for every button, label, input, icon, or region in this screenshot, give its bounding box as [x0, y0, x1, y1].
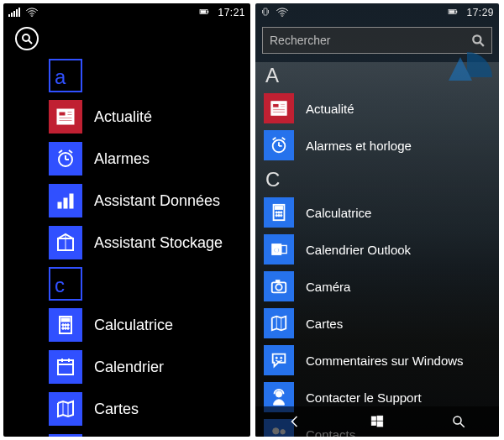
app-label: Alarmes [94, 150, 150, 168]
nav-start-button[interactable] [337, 406, 418, 437]
alarm-icon [264, 130, 294, 160]
app-label: Calculatrice [306, 206, 371, 220]
app-cartes[interactable]: Cartes [264, 306, 491, 341]
outlook-icon [264, 234, 294, 265]
status-time: 17:21 [218, 7, 245, 18]
status-bar: 17:29 [255, 3, 499, 22]
nav-search-button[interactable] [417, 406, 499, 437]
camera-icon [264, 271, 294, 301]
app-label: Calendrier Outlook [306, 243, 411, 257]
app-cartes[interactable]: Cartes [49, 390, 245, 428]
app-label: Caméra [306, 280, 350, 294]
back-icon [288, 414, 303, 429]
search-icon [21, 33, 33, 45]
app-contacts[interactable]: Contacts [49, 432, 245, 437]
status-bar: 17:21 [3, 3, 250, 22]
nav-back-button[interactable] [255, 406, 337, 437]
wifi-icon [276, 6, 289, 19]
map-icon [49, 392, 82, 426]
box-icon [49, 226, 82, 259]
windows-icon [370, 414, 385, 429]
group-header-c[interactable]: C [265, 168, 491, 191]
app-assistant-stockage[interactable]: Assistant Stockage [49, 223, 245, 262]
vibrate-icon [260, 6, 270, 19]
app-label: Calculatrice [94, 317, 173, 334]
app-calculatrice[interactable]: Calculatrice [264, 195, 491, 230]
calculator-icon [264, 197, 294, 228]
app-commentaires[interactable]: Commentaires sur Windows [264, 343, 491, 378]
search-button[interactable] [15, 27, 39, 50]
map-icon [264, 308, 294, 338]
app-label: Actualité [306, 102, 354, 116]
calendar-icon [49, 350, 82, 384]
search-icon [471, 34, 485, 47]
calculator-icon [49, 308, 82, 342]
phone-wp81: 17:21 a Actualité Alarmes Assistant Donn… [3, 3, 250, 437]
people-icon [49, 434, 82, 437]
battery-icon [196, 7, 213, 18]
app-label: Actualité [94, 108, 152, 126]
watermark-logo [449, 52, 492, 84]
feedback-icon [264, 345, 294, 375]
app-assistant-donnees[interactable]: Assistant Données [49, 181, 245, 220]
app-calendrier[interactable]: Calendrier [49, 348, 245, 386]
app-label: Alarmes et horloge [306, 139, 412, 153]
search-icon [451, 414, 466, 429]
app-calendrier-outlook[interactable]: Calendrier Outlook [264, 232, 491, 267]
status-time: 17:29 [466, 7, 494, 18]
app-list[interactable]: A Actualité Alarmes et horloge C Calcula… [255, 64, 499, 437]
app-calculatrice[interactable]: Calculatrice [49, 306, 245, 344]
app-label: Assistant Stockage [94, 234, 223, 252]
app-alarmes[interactable]: Alarmes [49, 139, 245, 178]
battery-icon [444, 7, 461, 18]
search-input[interactable]: Rechercher [262, 27, 492, 54]
app-label: Cartes [94, 401, 139, 418]
app-label: Contacter le Support [306, 390, 422, 405]
data-bars-icon [49, 184, 82, 217]
app-label: Cartes [306, 317, 343, 331]
signal-icon [8, 8, 20, 17]
phone-w10m: 17:29 Rechercher A Actualité Alarmes et … [255, 3, 499, 437]
group-header-a[interactable]: a [49, 59, 82, 92]
app-alarmes-horloge[interactable]: Alarmes et horloge [264, 128, 491, 163]
news-icon [264, 93, 294, 123]
app-label: Calendrier [94, 359, 164, 376]
app-label: Commentaires sur Windows [306, 354, 464, 368]
app-label: Assistant Données [94, 192, 220, 210]
app-actualite[interactable]: Actualité [49, 97, 245, 136]
news-icon [49, 100, 82, 134]
app-list[interactable]: a Actualité Alarmes Assistant Données As… [3, 52, 250, 437]
app-actualite[interactable]: Actualité [264, 91, 491, 126]
group-header-c[interactable]: c [49, 267, 82, 301]
nav-bar [255, 406, 499, 437]
search-placeholder: Rechercher [270, 34, 330, 47]
wifi-icon [25, 6, 39, 19]
app-camera[interactable]: Caméra [264, 269, 491, 304]
alarm-icon [49, 142, 82, 175]
